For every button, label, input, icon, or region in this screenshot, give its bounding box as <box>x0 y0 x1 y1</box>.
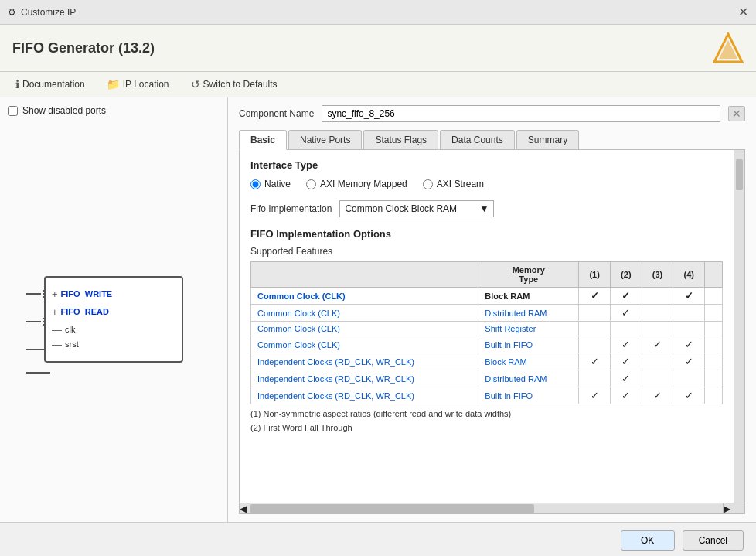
table-cell-check-3 <box>642 353 673 370</box>
table-cell-name: Independent Clocks (RD_CLK, WR_CLK) <box>251 353 478 370</box>
app-icon: ⚙ <box>8 7 16 18</box>
table-cell-name: Independent Clocks (RD_CLK, WR_CLK) <box>251 387 478 404</box>
table-cell-check-2: ✓ <box>610 353 642 370</box>
cancel-button[interactable]: Cancel <box>683 530 744 551</box>
table-cell-name: Independent Clocks (RD_CLK, WR_CLK) <box>251 370 478 387</box>
radio-native-input[interactable] <box>250 179 261 189</box>
table-cell-check-4: ✓ <box>673 353 705 370</box>
footer: OK Cancel <box>0 522 756 556</box>
table-row: Independent Clocks (RD_CLK, WR_CLK)Built… <box>251 387 723 404</box>
table-cell-check-3: ✓ <box>642 387 673 404</box>
hscrollbar-thumb[interactable] <box>250 504 534 513</box>
title-bar-left: ⚙ Customize IP <box>8 7 76 18</box>
component-name-row: Component Name ✕ <box>239 105 745 122</box>
table-cell-name: Common Clock (CLK) <box>251 322 478 336</box>
hscroll-right-arrow[interactable]: ▶ <box>723 503 734 514</box>
tab-basic[interactable]: Basic <box>239 130 287 150</box>
table-row: Common Clock (CLK)Built-in FIFO✓✓✓ <box>251 336 723 353</box>
tab-inner: Interface Type Native AXI Memory Mapped <box>240 150 734 442</box>
table-cell-check-2: ✓ <box>610 336 642 353</box>
table-cell-check-1 <box>579 305 611 322</box>
table-cell-check-3 <box>642 370 673 387</box>
table-cell-check-4: ✓ <box>673 336 705 353</box>
table-cell-memory-type: Built-in FIFO <box>478 387 579 404</box>
tab-content-basic: Interface Type Native AXI Memory Mapped <box>239 150 745 514</box>
fifo-impl-value: Common Clock Block RAM <box>345 203 457 214</box>
component-name-input[interactable] <box>322 105 720 122</box>
table-cell-check-1 <box>579 336 611 353</box>
horizontal-scrollbar-row: ◀ ▶ <box>240 503 744 513</box>
switch-to-defaults-button[interactable]: ↺ Switch to Defaults <box>188 77 281 92</box>
table-cell-check-4 <box>673 305 705 322</box>
radio-native[interactable]: Native <box>250 179 291 189</box>
footnote-1-text: (1) Non-symmetric aspect ratios (differe… <box>250 409 511 418</box>
documentation-button[interactable]: ℹ Documentation <box>12 77 88 92</box>
col-header-1: (1) <box>579 262 611 288</box>
radio-axi-mm-input[interactable] <box>306 179 316 189</box>
interface-type-radios: Native AXI Memory Mapped AXI Stream <box>250 179 723 189</box>
srst-dash-icon: — <box>52 339 62 350</box>
horizontal-scrollbar[interactable] <box>250 504 723 513</box>
table-row: Independent Clocks (RD_CLK, WR_CLK)Distr… <box>251 370 723 387</box>
table-cell-check-5 <box>705 387 723 404</box>
radio-axi-mm-label: AXI Memory Mapped <box>320 179 407 189</box>
switch-to-defaults-label: Switch to Defaults <box>203 79 278 90</box>
xilinx-logo-icon <box>713 32 744 63</box>
component-name-label: Component Name <box>239 108 314 119</box>
table-cell-check-1 <box>579 370 611 387</box>
refresh-icon: ↺ <box>191 78 200 90</box>
fifo-write-plus-icon: + <box>52 288 58 300</box>
col-header-name <box>251 262 478 288</box>
ip-location-button[interactable]: 📁 IP Location <box>104 77 172 92</box>
hscroll-left-arrow[interactable]: ◀ <box>240 503 250 514</box>
vertical-scrollbar[interactable] <box>734 150 744 503</box>
table-cell-check-2: ✓ <box>610 387 642 404</box>
table-cell-memory-type: Block RAM <box>478 288 579 305</box>
tab-data-counts[interactable]: Data Counts <box>440 130 515 149</box>
ok-button[interactable]: OK <box>621 530 675 551</box>
fifo-write-port: FIFO_WRITE <box>61 289 113 298</box>
tab-summary[interactable]: Summary <box>516 130 579 149</box>
tab-native-ports[interactable]: Native Ports <box>288 130 362 149</box>
table-cell-check-5 <box>705 305 723 322</box>
fifo-options-title: FIFO Implementation Options <box>250 228 723 240</box>
folder-icon: 📁 <box>107 78 120 90</box>
table-cell-check-5 <box>705 288 723 305</box>
scroll-content[interactable]: Interface Type Native AXI Memory Mapped <box>240 150 734 503</box>
scroll-area: Interface Type Native AXI Memory Mapped <box>240 150 744 503</box>
table-cell-check-3 <box>642 322 673 336</box>
col-header-3: (3) <box>642 262 673 288</box>
table-cell-memory-type: Built-in FIFO <box>478 336 579 353</box>
dialog-title: FIFO Generator (13.2) <box>12 40 155 56</box>
show-disabled-ports-checkbox[interactable] <box>8 106 18 116</box>
table-cell-memory-type: Block RAM <box>478 353 579 370</box>
col-header-2: (2) <box>610 262 642 288</box>
table-cell-check-5 <box>705 322 723 336</box>
header: FIFO Generator (13.2) <box>0 25 756 72</box>
radio-axi-stream[interactable]: AXI Stream <box>423 179 484 189</box>
table-cell-check-5 <box>705 353 723 370</box>
table-cell-check-3 <box>642 305 673 322</box>
radio-axi-stream-input[interactable] <box>423 179 433 189</box>
main-content: Show disabled ports <box>0 97 756 522</box>
table-cell-memory-type: Distributed RAM <box>478 305 579 322</box>
fifo-read-port: FIFO_READ <box>61 307 109 316</box>
component-diagram: + FIFO_WRITE + FIFO_READ — clk — srst <box>44 276 183 363</box>
table-cell-check-3: ✓ <box>642 336 673 353</box>
table-cell-name: Common Clock (CLK) <box>251 305 478 322</box>
fifo-impl-row: Fifo Implementation Common Clock Block R… <box>250 200 723 217</box>
vscrollbar-thumb[interactable] <box>736 159 743 190</box>
title-bar-text: Customize IP <box>21 7 76 18</box>
fifo-impl-select[interactable]: Common Clock Block RAM ▼ <box>339 200 494 217</box>
right-panel: Component Name ✕ Basic Native Ports Stat… <box>228 97 756 522</box>
table-cell-check-1: ✓ <box>579 288 611 305</box>
table-row: Independent Clocks (RD_CLK, WR_CLK)Block… <box>251 353 723 370</box>
tab-status-flags[interactable]: Status Flags <box>363 130 438 149</box>
component-name-clear-button[interactable]: ✕ <box>728 106 745 121</box>
close-button[interactable]: ✕ <box>738 5 748 19</box>
table-cell-check-3 <box>642 288 673 305</box>
title-bar: ⚙ Customize IP ✕ <box>0 0 756 25</box>
clk-dash-icon: — <box>52 324 62 336</box>
radio-axi-mm[interactable]: AXI Memory Mapped <box>306 179 407 189</box>
ip-location-label: IP Location <box>123 79 169 90</box>
